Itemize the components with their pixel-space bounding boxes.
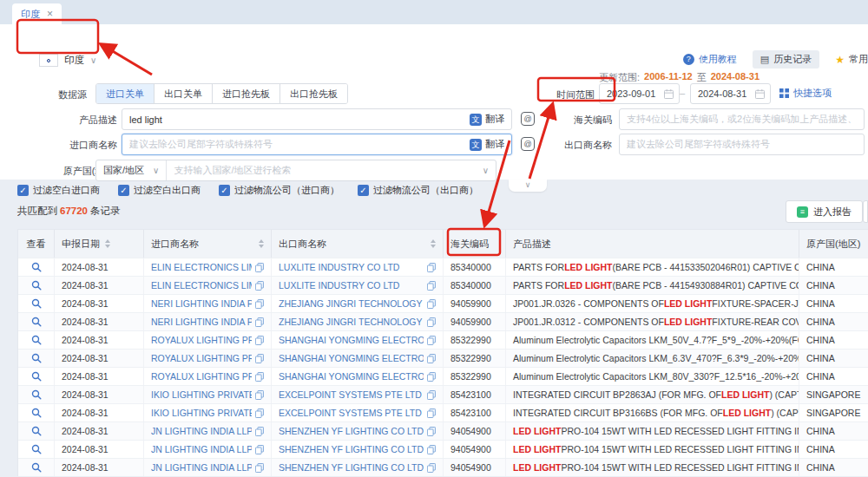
- view-button[interactable]: [18, 295, 55, 312]
- copy-icon[interactable]: [255, 463, 264, 473]
- tab-export-manifest[interactable]: 出口关单: [155, 84, 213, 103]
- view-button[interactable]: [18, 350, 55, 367]
- translate-button[interactable]: 文 翻译: [470, 113, 504, 126]
- exporter-link[interactable]: SHANGHAI YONGMING ELECTRONIC CO: [279, 371, 424, 382]
- copy-icon[interactable]: [255, 299, 264, 309]
- view-button[interactable]: [18, 277, 55, 294]
- importer-link[interactable]: ELIN ELECTRONICS LIMITED: [151, 262, 252, 272]
- partial-button[interactable]: [863, 200, 868, 223]
- hs-code-input[interactable]: 支持4位以上海关编码，或2位海关编码加上产品描述、企业名称的任意信息: [619, 108, 865, 130]
- tab-import-preview[interactable]: 进口抢先板: [213, 84, 280, 103]
- view-button[interactable]: [18, 368, 55, 385]
- favorites-button[interactable]: ★ 常用: [835, 53, 868, 66]
- enter-report-button[interactable]: ≡ 进入报告: [786, 200, 863, 223]
- collapse-panel-button[interactable]: ∨: [509, 180, 547, 192]
- filter-logistics-exporter[interactable]: ✓过滤物流公司（出口商）: [358, 184, 478, 197]
- copy-icon[interactable]: [255, 317, 264, 327]
- filter-logistics-importer[interactable]: ✓过滤物流公司（进口商）: [219, 184, 339, 197]
- view-button[interactable]: [18, 441, 55, 458]
- copy-icon[interactable]: [255, 427, 264, 436]
- exporter-link[interactable]: LUXLITE INDUSTRY CO LTD: [279, 280, 424, 291]
- country-selector[interactable]: 印度 ∨: [39, 54, 96, 67]
- exporter-link[interactable]: ZHEJIANG JINGRI TECHNOLOGY CO LTD: [279, 317, 424, 327]
- cell-exporter: SHENZHEN YF LIGHTING CO LTD: [272, 422, 444, 440]
- importer-link[interactable]: JN LIGHTING INDIA LLP: [151, 444, 252, 454]
- quick-options-label: 快捷选项: [793, 87, 832, 100]
- importer-link[interactable]: NERI LIGHTING INDIA PVT LTD: [151, 317, 252, 327]
- tab-export-preview[interactable]: 出口抢先板: [280, 84, 347, 103]
- exporter-link[interactable]: SHANGHAI YONGMING ELECTRONIC CO: [279, 335, 424, 345]
- case-example-icon[interactable]: @: [521, 112, 535, 126]
- exporter-link[interactable]: ZHEJIANG JINGRI TECHNOLOGY CO LTD: [279, 298, 424, 309]
- importer-link[interactable]: IKIO LIGHTING PRIVATE LIMITED: [151, 408, 252, 418]
- copy-icon[interactable]: [427, 354, 436, 363]
- copy-icon[interactable]: [255, 390, 264, 400]
- importer-link[interactable]: ROYALUX LIGHTING PRIVATE LIMITED: [151, 353, 252, 363]
- exporter-link[interactable]: LUXLITE INDUSTRY CO LTD: [279, 262, 424, 272]
- copy-icon[interactable]: [427, 445, 436, 454]
- copy-icon[interactable]: [427, 463, 436, 473]
- importer-input[interactable]: 建议去除公司尾部字符或特殊符号 文 翻译: [122, 134, 512, 155]
- filter-blank-importer[interactable]: ✓过滤空白进口商: [17, 184, 100, 197]
- report-icon: ≡: [797, 206, 808, 218]
- exporter-link[interactable]: SHENZHEN YF LIGHTING CO LTD: [279, 462, 424, 473]
- close-icon[interactable]: ×: [47, 8, 53, 20]
- cell-exporter: SHANGHAI YONGMING ELECTRONIC CO: [272, 331, 444, 349]
- copy-icon[interactable]: [255, 372, 264, 382]
- view-button[interactable]: [18, 459, 55, 476]
- sort-icon[interactable]: [259, 239, 264, 248]
- copy-icon[interactable]: [427, 336, 436, 345]
- view-button[interactable]: [18, 258, 55, 276]
- copy-icon[interactable]: [427, 263, 436, 272]
- importer-link[interactable]: ELIN ELECTRONICS LIMITED: [151, 280, 252, 291]
- copy-icon[interactable]: [427, 317, 436, 327]
- copy-icon[interactable]: [427, 408, 436, 418]
- exporter-link[interactable]: SHENZHEN YF LIGHTING CO LTD: [279, 426, 424, 436]
- filter-blank-exporter[interactable]: ✓过滤空白出口商: [118, 184, 201, 197]
- importer-link[interactable]: ROYALUX LIGHTING PRIVATE LIMITED: [151, 371, 252, 382]
- exporter-input[interactable]: 建议去除公司尾部字符或特殊符号: [619, 134, 865, 155]
- exporter-link[interactable]: SHANGHAI YONGMING ELECTRONIC CO: [279, 353, 424, 363]
- translate-button[interactable]: 文 翻译: [470, 138, 504, 151]
- header-declare-date[interactable]: 申报日期: [55, 230, 144, 258]
- sort-icon[interactable]: [431, 239, 436, 248]
- view-button[interactable]: [18, 422, 55, 440]
- exporter-link[interactable]: SHENZHEN YF LIGHTING CO LTD: [279, 444, 424, 454]
- quick-options-button[interactable]: 快捷选项: [779, 87, 832, 100]
- product-desc-input[interactable]: led light 文 翻译: [122, 108, 512, 130]
- copy-icon[interactable]: [255, 263, 264, 272]
- view-button[interactable]: [18, 404, 55, 421]
- tutorial-link[interactable]: ? 使用教程: [683, 53, 737, 66]
- cell-product-desc: PARTS FOR LED LIGHT (BARE PCB - 44153350…: [506, 258, 799, 276]
- exporter-link[interactable]: EXCELPOINT SYSTEMS PTE LTD: [279, 408, 424, 418]
- importer-link[interactable]: JN LIGHTING INDIA LLP: [151, 426, 252, 436]
- exporter-link[interactable]: EXCELPOINT SYSTEMS PTE LTD: [279, 389, 424, 400]
- copy-icon[interactable]: [427, 427, 436, 436]
- copy-icon[interactable]: [255, 336, 264, 345]
- date-start-input[interactable]: 2023-09-01: [599, 83, 680, 104]
- sort-icon[interactable]: [105, 239, 110, 248]
- view-button[interactable]: [18, 313, 55, 330]
- copy-icon[interactable]: [255, 408, 264, 418]
- date-end-input[interactable]: 2024-08-31: [690, 83, 771, 104]
- copy-icon[interactable]: [427, 299, 436, 309]
- view-button[interactable]: [18, 331, 55, 349]
- copy-icon[interactable]: [427, 281, 436, 291]
- importer-link[interactable]: NERI LIGHTING INDIA PVT LTD: [151, 298, 252, 309]
- copy-icon[interactable]: [255, 445, 264, 454]
- importer-link[interactable]: JN LIGHTING INDIA LLP: [151, 462, 252, 473]
- origin-country-select[interactable]: 国家/地区 ∨: [96, 160, 167, 180]
- copy-icon[interactable]: [255, 354, 264, 363]
- header-exporter[interactable]: 出口商名称: [272, 230, 444, 258]
- tab-import-manifest[interactable]: 进口关单: [96, 84, 155, 103]
- importer-link[interactable]: ROYALUX LIGHTING PRIVATE LIMITED: [151, 335, 252, 345]
- copy-icon[interactable]: [427, 390, 436, 400]
- header-importer[interactable]: 进口商名称: [144, 230, 272, 258]
- tab-india[interactable]: 印度 ×: [12, 3, 62, 24]
- copy-icon[interactable]: [255, 281, 264, 291]
- importer-link[interactable]: IKIO LIGHTING PRIVATE LIMITED: [151, 389, 252, 400]
- case-example-icon[interactable]: @: [521, 137, 535, 151]
- history-button[interactable]: ▤ 历史记录: [753, 50, 819, 69]
- view-button[interactable]: [18, 386, 55, 403]
- copy-icon[interactable]: [427, 372, 436, 382]
